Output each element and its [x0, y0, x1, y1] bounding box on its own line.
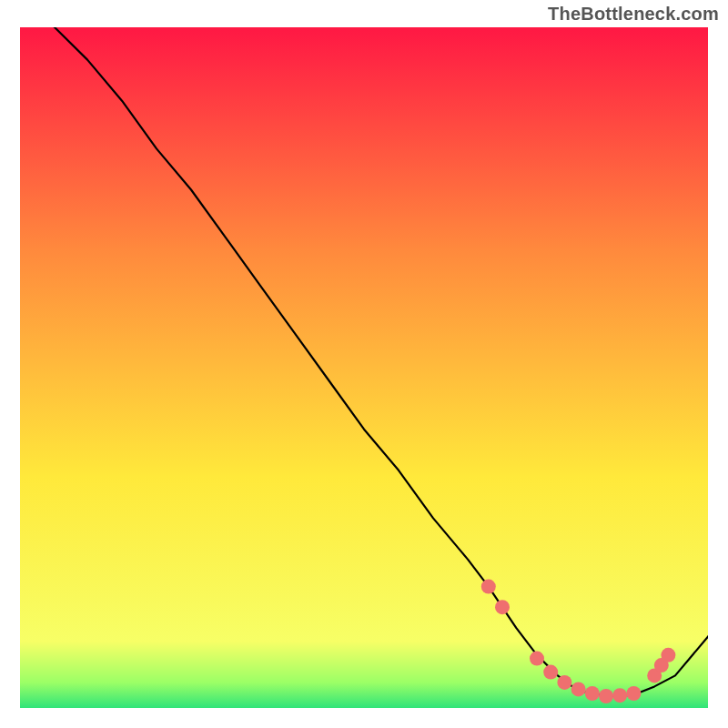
chart-stage: TheBottleneck.com — [0, 0, 728, 728]
marker-dot — [599, 689, 613, 703]
marker-dot — [495, 600, 510, 614]
bottleneck-chart — [0, 0, 728, 728]
marker-dot — [481, 580, 496, 594]
marker-dot — [571, 682, 586, 696]
marker-dot — [530, 652, 544, 666]
marker-dot — [612, 688, 627, 703]
watermark-text: TheBottleneck.com — [548, 4, 719, 25]
plot-background — [18, 25, 710, 710]
marker-dot — [585, 686, 600, 701]
marker-dot — [557, 675, 571, 690]
marker-dot — [543, 665, 558, 680]
marker-dot — [661, 648, 675, 662]
marker-dot — [626, 686, 641, 701]
